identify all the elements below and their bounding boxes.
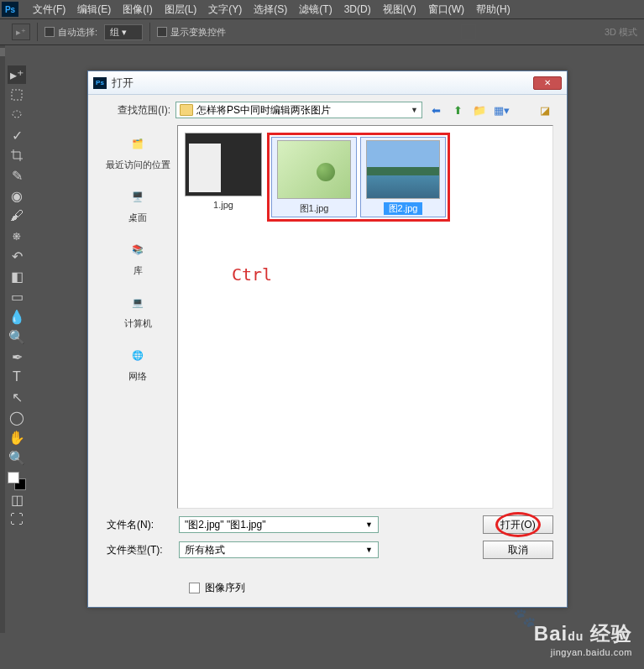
recent-icon: 🗂️ bbox=[123, 130, 153, 157]
app-menubar: Ps 文件(F) 编辑(E) 图像(I) 图层(L) 文字(Y) 选择(S) 滤… bbox=[0, 0, 644, 18]
thumbnail-icon bbox=[366, 140, 440, 199]
ps-logo-icon: Ps bbox=[2, 2, 18, 17]
svg-rect-0 bbox=[12, 90, 22, 100]
auto-select-checkbox[interactable]: 自动选择: bbox=[45, 26, 97, 39]
move-tool-icon: ▸⁺ bbox=[12, 24, 30, 40]
close-button[interactable]: ✕ bbox=[533, 76, 562, 90]
filetype-label: 文件类型(T): bbox=[102, 543, 170, 557]
quick-mask-tool[interactable]: ◫ bbox=[8, 490, 26, 509]
desktop-icon: 🖥️ bbox=[123, 183, 153, 210]
quick-select-tool[interactable]: ✓ bbox=[8, 126, 26, 144]
dialog-title: 打开 bbox=[112, 76, 533, 91]
place-network[interactable]: 🌐 网络 bbox=[123, 342, 153, 383]
pen-tool[interactable]: ✒ bbox=[8, 348, 26, 366]
menu-filter[interactable]: 滤镜(T) bbox=[293, 3, 338, 17]
menu-layer[interactable]: 图层(L) bbox=[159, 3, 203, 17]
chevron-down-icon: ▼ bbox=[411, 106, 418, 114]
menu-image[interactable]: 图像(I) bbox=[117, 3, 158, 17]
stamp-tool[interactable]: ⎈ bbox=[8, 227, 26, 245]
lasso-tool[interactable] bbox=[8, 106, 26, 124]
nav-up-button[interactable]: ⬆ bbox=[449, 102, 466, 118]
color-swatches[interactable] bbox=[8, 472, 26, 490]
type-tool[interactable]: T bbox=[8, 368, 26, 386]
heal-tool[interactable]: ◉ bbox=[8, 186, 26, 205]
history-brush-tool[interactable]: ↶ bbox=[8, 247, 26, 265]
move-tool[interactable]: ▸⁺ bbox=[8, 65, 26, 84]
lookin-value: 怎样将PS中同时编辑两张图片 bbox=[196, 103, 331, 118]
tools-panel: ▸⁺ ✓ ✎ ◉ 🖌 ⎈ ↶ ◧ ▭ 💧 🔍 ✒ T ↖ ◯ ✋ 🔍 ◫ ⛶ bbox=[5, 59, 29, 530]
menu-view[interactable]: 视图(V) bbox=[377, 3, 422, 17]
menu-select[interactable]: 选择(S) bbox=[248, 3, 293, 17]
file-item-tu1jpg[interactable]: 图1.jpg bbox=[271, 137, 357, 217]
path-select-tool[interactable]: ↖ bbox=[8, 388, 26, 406]
lookin-dropdown[interactable]: 怎样将PS中同时编辑两张图片 ▼ bbox=[175, 102, 422, 118]
divider bbox=[149, 23, 150, 41]
chevron-down-icon: ▼ bbox=[365, 520, 373, 529]
filename-label: 文件名(N): bbox=[102, 518, 170, 532]
dodge-tool[interactable]: 🔍 bbox=[8, 327, 26, 346]
brush-tool[interactable]: 🖌 bbox=[8, 206, 26, 225]
menu-edit[interactable]: 编辑(E) bbox=[71, 3, 117, 17]
file-item-1jpg[interactable]: 1.jpg bbox=[185, 133, 262, 210]
distribute-buttons-group bbox=[347, 24, 454, 39]
image-sequence-label: 图像序列 bbox=[205, 581, 245, 595]
menu-file[interactable]: 文件(F) bbox=[27, 3, 71, 17]
filetype-combo[interactable]: 所有格式 ▼ bbox=[179, 541, 379, 558]
places-sidebar: 🗂️ 最近访问的位置 🖥️ 桌面 📚 库 💻 计算机 🌐 网络 bbox=[102, 125, 174, 509]
marquee-tool[interactable] bbox=[8, 86, 26, 104]
auto-select-dropdown[interactable]: 组 ▾ bbox=[104, 24, 143, 40]
nav-viewmenu-button[interactable]: ▦▾ bbox=[493, 102, 510, 118]
folder-icon bbox=[180, 104, 193, 116]
filename-combo[interactable]: "图2.jpg" "图1.jpg" ▼ bbox=[179, 516, 379, 533]
libraries-icon: 📚 bbox=[123, 236, 153, 263]
screen-mode-tool[interactable]: ⛶ bbox=[8, 510, 26, 529]
options-bar: ▸⁺ 自动选择: 组 ▾ 显示变换控件 3D 模式 bbox=[0, 18, 644, 45]
file-list[interactable]: 1.jpg 图1.jpg 图2.jpg bbox=[177, 125, 553, 509]
show-transform-label: 显示变换控件 bbox=[170, 26, 226, 39]
mode-3d-label: 3D 模式 bbox=[605, 26, 637, 39]
menu-3d[interactable]: 3D(D) bbox=[338, 3, 377, 15]
cancel-button[interactable]: 取消 bbox=[483, 541, 553, 559]
place-desktop[interactable]: 🖥️ 桌面 bbox=[123, 183, 153, 224]
image-sequence-checkbox[interactable] bbox=[189, 583, 200, 593]
ps-icon: Ps bbox=[93, 77, 107, 89]
place-recent[interactable]: 🗂️ 最近访问的位置 bbox=[106, 130, 170, 171]
divider bbox=[37, 23, 38, 41]
menu-type[interactable]: 文字(Y) bbox=[202, 3, 248, 17]
menu-window[interactable]: 窗口(W) bbox=[422, 3, 470, 17]
fg-swatch bbox=[8, 472, 19, 483]
paw-icon bbox=[513, 607, 535, 629]
menu-help[interactable]: 帮助(H) bbox=[470, 3, 516, 17]
eyedropper-tool[interactable]: ✎ bbox=[8, 166, 26, 185]
nav-newfolder-button[interactable]: 📁 bbox=[471, 102, 488, 118]
crop-tool[interactable] bbox=[8, 146, 26, 165]
checkbox-icon bbox=[45, 27, 55, 37]
align-buttons-group bbox=[233, 24, 340, 39]
lookin-label: 查找范围(I): bbox=[102, 103, 170, 118]
place-libraries[interactable]: 📚 库 bbox=[123, 236, 153, 277]
zoom-tool[interactable]: 🔍 bbox=[8, 448, 26, 467]
eraser-tool[interactable]: ◧ bbox=[8, 267, 26, 285]
thumbnail-icon bbox=[185, 133, 262, 196]
checkbox-icon bbox=[157, 27, 167, 37]
auto-align-button bbox=[461, 24, 476, 39]
open-dialog: Ps 打开 ✕ 查找范围(I): 怎样将PS中同时编辑两张图片 ▼ ⬅ ⬆ 📁 … bbox=[87, 71, 568, 608]
hand-tool[interactable]: ✋ bbox=[8, 428, 26, 447]
selection-highlight: 图1.jpg 图2.jpg bbox=[267, 133, 450, 222]
open-button[interactable]: 打开(O) bbox=[483, 515, 553, 534]
thumbnail-icon bbox=[277, 140, 351, 199]
file-item-tu2jpg[interactable]: 图2.jpg bbox=[360, 137, 446, 217]
network-icon: 🌐 bbox=[123, 342, 153, 368]
auto-select-label: 自动选择: bbox=[58, 26, 97, 39]
computer-icon: 💻 bbox=[123, 289, 153, 316]
place-computer[interactable]: 💻 计算机 bbox=[123, 289, 153, 330]
nav-extra-button[interactable]: ◪ bbox=[537, 102, 553, 118]
blur-tool[interactable]: 💧 bbox=[8, 307, 26, 326]
dialog-titlebar: Ps 打开 ✕ bbox=[88, 71, 567, 95]
gradient-tool[interactable]: ▭ bbox=[8, 287, 26, 306]
chevron-down-icon: ▼ bbox=[365, 546, 373, 554]
show-transform-checkbox[interactable]: 显示变换控件 bbox=[157, 26, 226, 39]
nav-back-button[interactable]: ⬅ bbox=[427, 102, 444, 118]
watermark: Baidu 经验 jingyan.baidu.com bbox=[534, 620, 632, 657]
shape-tool[interactable]: ◯ bbox=[8, 408, 26, 426]
